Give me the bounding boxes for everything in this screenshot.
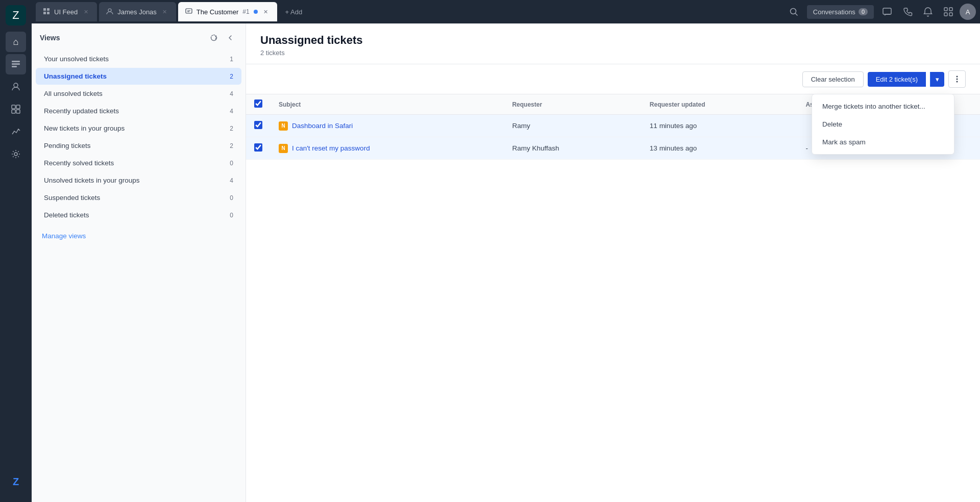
tab-the-customer-close[interactable]: ✕ (262, 8, 270, 16)
tab-james-jonas[interactable]: James Jonas ✕ (99, 2, 176, 21)
manage-views-link[interactable]: Manage views (32, 224, 246, 248)
ticket-subject-link[interactable]: Dashboard in Safari (292, 122, 353, 130)
collapse-sidebar-icon[interactable] (223, 31, 237, 45)
add-tab-label: + Add (285, 8, 303, 16)
sidebar-item-label: Your unsolved tickets (44, 55, 109, 63)
sidebar-item-recently-solved[interactable]: Recently solved tickets0 (36, 155, 241, 171)
ticket-badge: N (279, 121, 288, 131)
svg-rect-2 (12, 66, 17, 67)
sidebar-item-count: 1 (230, 56, 233, 63)
dropdown-item-delete[interactable]: Delete (812, 115, 954, 133)
actions-dropdown-menu: Merge tickets into another ticket...Dele… (812, 94, 954, 155)
requester-updated-column-header: Requester updated (642, 94, 798, 115)
more-actions-button[interactable] (948, 70, 966, 88)
sidebar-header: Views (32, 23, 246, 50)
conversations-label: Conversations (813, 8, 855, 16)
svg-line-16 (795, 14, 797, 16)
page-title: Unassigned tickets (260, 34, 966, 47)
phone-icon[interactable] (898, 3, 917, 21)
sidebar-item-label: Deleted tickets (44, 211, 89, 219)
add-tab-button[interactable]: + Add (279, 8, 309, 16)
conversations-button[interactable]: Conversations 0 (807, 5, 874, 19)
svg-rect-11 (43, 12, 46, 14)
tickets-nav-icon[interactable] (6, 54, 26, 74)
content-header: Unassigned tickets 2 tickets (246, 23, 980, 64)
svg-point-3 (14, 83, 18, 87)
svg-rect-17 (883, 8, 891, 14)
sidebar-item-label: Pending tickets (44, 142, 91, 149)
main-content: Unassigned tickets 2 tickets Clear selec… (246, 23, 980, 502)
nav-items-list: Your unsolved tickets1Unassigned tickets… (32, 50, 246, 224)
svg-rect-12 (47, 12, 50, 14)
svg-rect-4 (12, 105, 15, 109)
svg-point-22 (957, 76, 958, 78)
tab-the-customer-label: The Customer (197, 8, 238, 16)
row-checkbox-cell (246, 137, 271, 160)
svg-point-15 (790, 9, 796, 14)
dropdown-item-merge[interactable]: Merge tickets into another ticket... (812, 97, 954, 115)
sidebar-item-label: Recently solved tickets (44, 159, 114, 167)
requester-column-header: Requester (504, 94, 641, 115)
edit-tickets-button[interactable]: Edit 2 ticket(s) (868, 72, 926, 87)
ticket-badge: N (279, 144, 288, 153)
select-all-checkbox[interactable] (254, 99, 262, 108)
sidebar-item-label: Suspended tickets (44, 194, 100, 202)
svg-rect-20 (944, 13, 947, 16)
sidebar-actions (207, 31, 237, 45)
sidebar-item-unassigned[interactable]: Unassigned tickets2 (36, 68, 241, 85)
row-subject: N I can't reset my password (271, 137, 504, 160)
sidebar-item-count: 0 (230, 194, 233, 202)
sidebar-item-new-in-groups[interactable]: New tickets in your groups2 (36, 120, 241, 137)
sidebar-item-count: 4 (230, 90, 233, 97)
row-requester-updated: 11 minutes ago (642, 115, 798, 137)
tab-james-jonas-close[interactable]: ✕ (161, 8, 169, 16)
edit-dropdown-button[interactable]: ▾ (930, 72, 944, 87)
sidebar-item-count: 2 (230, 142, 233, 149)
svg-point-8 (14, 153, 17, 156)
sidebar-item-count: 0 (230, 160, 233, 167)
sidebar-item-count: 0 (230, 212, 233, 219)
sidebar-item-label: Unsolved tickets in your groups (44, 177, 140, 184)
page-subtitle: 2 tickets (260, 49, 966, 57)
tab-the-customer-dot (254, 10, 258, 14)
settings-nav-icon[interactable] (6, 144, 26, 164)
apps-icon[interactable] (939, 3, 958, 21)
tab-ui-feed[interactable]: UI Feed ✕ (36, 2, 97, 21)
sidebar-item-count: 4 (230, 177, 233, 184)
sidebar-item-all-unsolved[interactable]: All unsolved tickets4 (36, 85, 241, 102)
ui-feed-tab-icon (43, 8, 50, 16)
sidebar-item-label: New tickets in your groups (44, 124, 125, 132)
james-jonas-tab-icon (106, 8, 113, 16)
icon-bar: Z ⌂ (0, 0, 32, 502)
row-checkbox[interactable] (254, 121, 262, 129)
sidebar-item-suspended[interactable]: Suspended tickets0 (36, 189, 241, 206)
chat-icon[interactable] (878, 3, 896, 21)
sidebar-item-pending[interactable]: Pending tickets2 (36, 137, 241, 154)
sidebar-item-unsolved-in-groups[interactable]: Unsolved tickets in your groups4 (36, 172, 241, 189)
tab-the-customer[interactable]: The Customer #1 ✕ (178, 2, 277, 21)
user-avatar[interactable]: A (960, 4, 976, 20)
app-logo[interactable]: Z (6, 5, 26, 26)
clear-selection-button[interactable]: Clear selection (802, 71, 864, 87)
tab-bar: UI Feed ✕ James Jonas ✕ The Customer (32, 0, 980, 23)
svg-rect-7 (16, 110, 20, 113)
organizations-nav-icon[interactable] (6, 99, 26, 119)
dropdown-item-spam[interactable]: Mark as spam (812, 133, 954, 151)
home-nav-icon[interactable]: ⌂ (6, 32, 26, 52)
sidebar: Views (32, 23, 246, 502)
sidebar-item-your-unsolved[interactable]: Your unsolved tickets1 (36, 51, 241, 67)
sidebar-title: Views (40, 34, 60, 42)
refresh-icon[interactable] (207, 31, 221, 45)
sidebar-item-deleted[interactable]: Deleted tickets0 (36, 207, 241, 223)
ticket-subject-link[interactable]: I can't reset my password (292, 144, 370, 152)
reports-nav-icon[interactable] (6, 121, 26, 142)
tab-ui-feed-close[interactable]: ✕ (82, 8, 90, 16)
zendesk-logo-bottom[interactable]: Z (6, 471, 26, 492)
row-checkbox[interactable] (254, 143, 262, 152)
bell-icon[interactable] (919, 3, 937, 21)
users-nav-icon[interactable] (6, 77, 26, 97)
search-button[interactable] (785, 3, 803, 21)
sidebar-item-recently-updated[interactable]: Recently updated tickets4 (36, 103, 241, 119)
row-requester: Ramy (504, 115, 641, 137)
svg-rect-10 (47, 8, 50, 11)
